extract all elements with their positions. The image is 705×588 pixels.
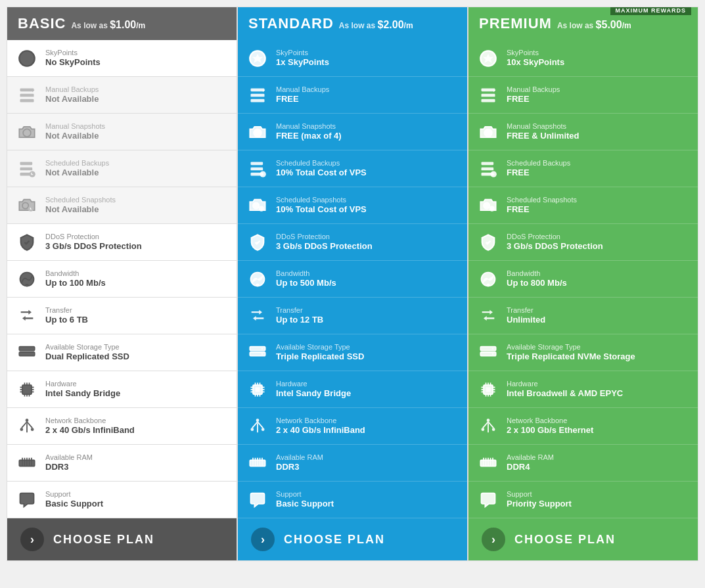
- network-icon: [246, 415, 269, 438]
- feature-row-premium-bandwidth: BandwidthUp to 800 Mb/s: [468, 261, 698, 298]
- feature-value-basic-backup: Not Available: [45, 94, 229, 105]
- skypoints-icon: [476, 47, 500, 70]
- feature-row-standard-skypoints: SkyPoints1x SkyPoints: [238, 40, 467, 77]
- plan-name-premium: PREMIUM: [479, 15, 552, 32]
- feature-label-basic-network: Network Backbone: [45, 416, 229, 425]
- feature-label-standard-storage: Available Storage Type: [276, 342, 459, 351]
- feature-row-standard-scheduled-backup: Scheduled Backups10% Total Cost of VPS: [238, 150, 467, 187]
- svg-point-108: [484, 202, 489, 208]
- feature-label-premium-support: Support: [507, 489, 690, 499]
- feature-value-standard-skypoints: 1x SkyPoints: [276, 57, 459, 68]
- feature-label-premium-snapshot: Manual Snapshots: [507, 122, 690, 131]
- feature-label-premium-storage: Available Storage Type: [507, 342, 690, 351]
- feature-label-standard-ram: Available RAM: [276, 453, 459, 462]
- svg-rect-113: [480, 351, 495, 355]
- feature-row-standard-ram: Available RAMDDR3: [238, 445, 467, 482]
- feature-row-standard-snapshot: Manual SnapshotsFREE (max of 4): [238, 114, 467, 150]
- feature-label-basic-hardware: Hardware: [45, 379, 229, 388]
- feature-label-basic-support: Support: [45, 489, 229, 499]
- snapshot-icon: [246, 120, 269, 144]
- feature-value-standard-ram: DDR3: [276, 462, 459, 473]
- feature-row-standard-scheduled-snapshot: Scheduled Snapshots10% Total Cost of VPS: [238, 187, 467, 224]
- ddos-icon: [476, 231, 500, 254]
- feature-label-premium-ddos: DDoS Protection: [507, 232, 690, 241]
- feature-label-premium-scheduled-snapshot: Scheduled Snapshots: [507, 195, 690, 204]
- svg-rect-50: [251, 88, 265, 91]
- feature-row-premium-scheduled-backup: Scheduled BackupsFREE: [468, 150, 698, 187]
- transfer-icon: [476, 304, 500, 328]
- feature-value-standard-scheduled-backup: 10% Total Cost of VPS: [276, 168, 459, 179]
- plan-standard: STANDARDAs low as $2.00/mSkyPoints1x Sky…: [237, 7, 468, 561]
- feature-row-basic-skypoints: SkyPointsNo SkyPoints: [7, 40, 237, 77]
- feature-value-premium-transfer: Unlimited: [507, 315, 690, 326]
- svg-point-83: [262, 428, 265, 431]
- snapshot-icon: [476, 120, 500, 144]
- feature-value-premium-backup: FREE: [507, 94, 690, 105]
- support-icon: [476, 488, 500, 512]
- feature-label-basic-snapshot: Manual Snapshots: [45, 122, 229, 131]
- choose-plan-arrow-premium: ›: [482, 528, 505, 551]
- svg-point-34: [31, 428, 34, 431]
- feature-label-premium-backup: Manual Backups: [507, 85, 690, 94]
- svg-rect-3: [20, 99, 34, 102]
- choose-plan-label-basic: CHOOSE PLAN: [53, 533, 154, 547]
- svg-rect-100: [482, 93, 495, 97]
- plan-price-standard: As low as $2.00/m: [339, 19, 413, 31]
- storage-icon: [476, 341, 500, 365]
- feature-value-basic-skypoints: No SkyPoints: [45, 57, 229, 68]
- feature-text-premium-storage: Available Storage TypeTriple Replicated …: [507, 342, 690, 363]
- feature-value-basic-storage: Dual Replicated SSD: [45, 351, 229, 363]
- feature-value-premium-skypoints: 10x SkyPoints: [507, 57, 690, 68]
- feature-text-standard-network: Network Backbone2 x 40 Gb/s InfiniBand: [276, 416, 459, 436]
- feature-label-standard-scheduled-backup: Scheduled Backups: [276, 158, 459, 168]
- plan-price-label-standard: As low as: [339, 21, 378, 30]
- feature-label-premium-transfer: Transfer: [507, 305, 690, 315]
- feature-row-basic-snapshot: Manual SnapshotsNot Available: [7, 114, 237, 150]
- scheduled-backup-icon: [15, 157, 39, 181]
- feature-text-standard-transfer: TransferUp to 12 TB: [276, 305, 459, 326]
- feature-value-premium-scheduled-backup: FREE: [507, 168, 690, 179]
- svg-rect-99: [482, 88, 495, 91]
- bandwidth-icon: [246, 267, 269, 291]
- plans-container: BASICAs low as $1.00/mSkyPointsNo SkyPoi…: [7, 7, 698, 561]
- hardware-icon: [246, 378, 269, 401]
- feature-row-basic-support: SupportBasic Support: [7, 482, 237, 518]
- feature-label-standard-bandwidth: Bandwidth: [276, 269, 459, 278]
- feature-text-standard-backup: Manual BackupsFREE: [276, 85, 459, 105]
- feature-text-standard-ram: Available RAMDDR3: [276, 453, 459, 473]
- feature-text-basic-snapshot: Manual SnapshotsNot Available: [45, 122, 229, 142]
- svg-point-114: [492, 348, 493, 349]
- feature-text-premium-bandwidth: BandwidthUp to 800 Mb/s: [507, 269, 690, 289]
- choose-plan-button-premium[interactable]: ›CHOOSE PLAN: [468, 518, 698, 560]
- feature-row-basic-storage: Available Storage TypeDual Replicated SS…: [7, 334, 237, 371]
- feature-value-basic-ram: DDR3: [45, 462, 229, 473]
- feature-row-standard-transfer: TransferUp to 12 TB: [238, 298, 467, 334]
- feature-text-basic-ram: Available RAMDDR3: [45, 453, 229, 473]
- feature-label-premium-network: Network Backbone: [507, 416, 690, 425]
- feature-row-basic-backup: Manual BackupsNot Available: [7, 77, 237, 114]
- feature-text-premium-ddos: DDoS Protection3 Gb/s DDoS Protection: [507, 232, 690, 252]
- storage-icon: [15, 341, 39, 365]
- choose-plan-button-standard[interactable]: ›CHOOSE PLAN: [238, 518, 467, 560]
- svg-rect-1: [20, 88, 34, 91]
- svg-rect-52: [251, 99, 265, 102]
- ram-icon: [246, 451, 269, 475]
- choose-plan-button-basic[interactable]: ›CHOOSE PLAN: [7, 518, 237, 560]
- feature-row-premium-network: Network Backbone2 x 100 Gb/s Ethernet: [468, 408, 698, 445]
- feature-value-premium-scheduled-snapshot: FREE: [507, 204, 690, 215]
- feature-value-basic-support: Basic Support: [45, 499, 229, 510]
- feature-label-standard-network: Network Backbone: [276, 416, 459, 425]
- svg-point-131: [482, 428, 485, 431]
- feature-text-premium-snapshot: Manual SnapshotsFREE & Unlimited: [507, 122, 690, 142]
- feature-row-basic-network: Network Backbone2 x 40 Gb/s InfiniBand: [7, 408, 237, 445]
- feature-value-basic-bandwidth: Up to 100 Mb/s: [45, 278, 229, 289]
- feature-value-standard-snapshot: FREE (max of 4): [276, 131, 459, 142]
- feature-value-premium-bandwidth: Up to 800 Mb/s: [507, 278, 690, 289]
- feature-text-standard-scheduled-snapshot: Scheduled Snapshots10% Total Cost of VPS: [276, 195, 459, 215]
- choose-plan-label-premium: CHOOSE PLAN: [514, 533, 616, 547]
- feature-text-premium-network: Network Backbone2 x 100 Gb/s Ethernet: [507, 416, 690, 436]
- feature-label-basic-skypoints: SkyPoints: [45, 48, 229, 57]
- bandwidth-icon: [476, 267, 500, 291]
- feature-text-basic-scheduled-snapshot: Scheduled SnapshotsNot Available: [45, 195, 229, 215]
- feature-label-premium-ram: Available RAM: [507, 453, 690, 462]
